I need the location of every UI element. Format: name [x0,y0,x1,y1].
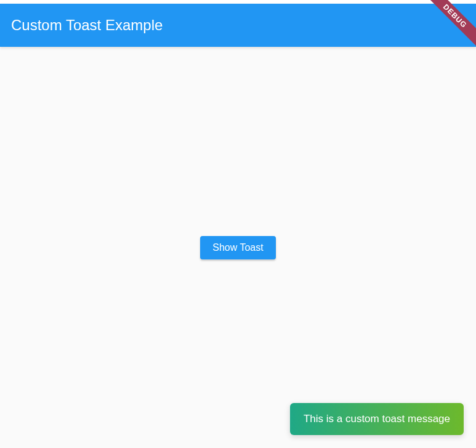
app-bar: Custom Toast Example [0,4,476,47]
content-area: Show Toast [0,47,476,448]
toast-message: This is a custom toast message [290,403,464,435]
page-title: Custom Toast Example [11,17,163,34]
show-toast-button[interactable]: Show Toast [200,236,275,259]
